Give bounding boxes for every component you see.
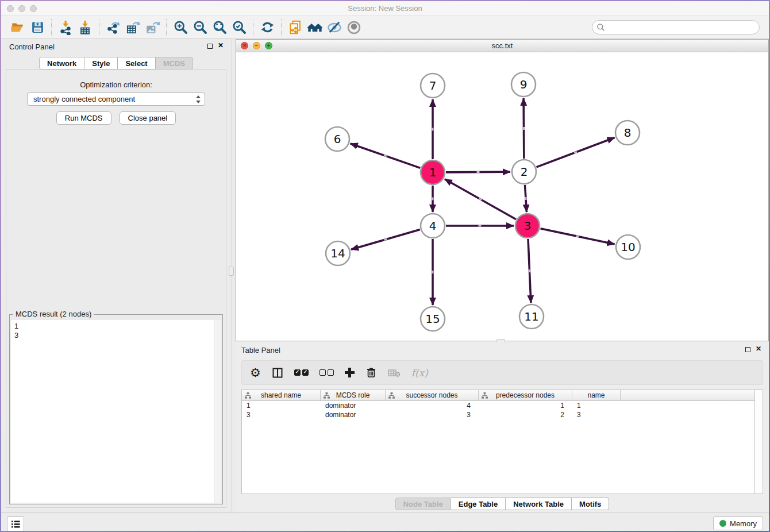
- tab-style[interactable]: Style: [84, 57, 118, 70]
- tab-edge-table[interactable]: Edge Table: [451, 498, 506, 510]
- column-header-mcds-role[interactable]: MCDS role: [321, 390, 386, 400]
- import-network-button[interactable]: [56, 18, 75, 37]
- network-canvas[interactable]: 7968124314101511: [236, 52, 768, 341]
- edge-handle: [479, 225, 482, 227]
- level-of-detail-button[interactable]: [344, 18, 364, 37]
- graph-node-label: 10: [621, 240, 635, 254]
- column-header-shared-name[interactable]: shared name: [242, 390, 321, 400]
- table-settings-button[interactable]: [250, 367, 261, 379]
- vertical-splitter[interactable]: [232, 39, 232, 512]
- run-mcds-button[interactable]: Run MCDS: [56, 111, 111, 125]
- column-header-successor-nodes[interactable]: successor nodes: [386, 390, 479, 400]
- open-session-button[interactable]: [8, 18, 28, 37]
- search-box: [592, 20, 760, 34]
- graph-node-label: 11: [524, 310, 538, 323]
- table-cell: 1: [242, 401, 321, 410]
- show-column-panel-button[interactable]: [272, 367, 283, 379]
- optimization-criterion-select[interactable]: strongly connected component: [27, 92, 205, 106]
- graph-node-label: 9: [520, 78, 528, 91]
- search-input[interactable]: [592, 20, 760, 34]
- table-panel-tabs: Node TableEdge TableNetwork TableMotifs: [236, 498, 769, 510]
- graph-node-label: 7: [429, 79, 437, 92]
- save-session-button[interactable]: [28, 18, 47, 37]
- table-toolbar: f(x): [241, 360, 763, 385]
- table-cell: 3: [572, 410, 621, 419]
- fit-content-button[interactable]: [210, 18, 229, 37]
- table-header-row: shared nameMCDS rolesuccessor nodesprede…: [242, 390, 754, 401]
- table-cell: 1: [572, 401, 621, 410]
- export-table-button[interactable]: [123, 18, 143, 37]
- table-row[interactable]: 1dominator411: [242, 401, 754, 410]
- edge-handle: [523, 127, 525, 130]
- homes-icon: [307, 20, 323, 36]
- tab-motifs[interactable]: Motifs: [572, 498, 609, 510]
- table-panel-header: Table Panel: [236, 342, 769, 357]
- graph-node-label: 6: [334, 132, 341, 146]
- table-scrollbar[interactable]: [755, 390, 763, 494]
- vertical-splitter-grabber[interactable]: [229, 267, 234, 276]
- delete-column-button[interactable]: [365, 367, 377, 379]
- fit-content-icon: [212, 20, 228, 35]
- memory-button[interactable]: Memory: [713, 516, 763, 530]
- edge-handle: [432, 271, 434, 273]
- optimization-criterion-value: strongly connected component: [33, 95, 135, 103]
- function-builder-button[interactable]: f(x): [411, 367, 428, 379]
- hide-graphics-details-button[interactable]: [325, 18, 344, 37]
- tab-network[interactable]: Network: [39, 57, 84, 70]
- close-table-panel-icon[interactable]: [756, 346, 762, 353]
- task-history-button[interactable]: [7, 516, 24, 531]
- network-title: scc.txt: [236, 40, 768, 52]
- zoom-in-button[interactable]: [171, 18, 190, 37]
- result-scrollbar[interactable]: [214, 320, 221, 503]
- float-table-panel-icon[interactable]: [745, 347, 750, 352]
- column-header-label: successor nodes: [406, 391, 457, 399]
- status-bar: Memory: [1, 512, 769, 531]
- mcds-tab-content: Optimization criterion: strongly connect…: [6, 69, 226, 508]
- edge-handle: [432, 198, 434, 201]
- table-body: 1dominator4113dominator323: [242, 401, 754, 419]
- zoom-out-button[interactable]: [190, 18, 210, 37]
- graph-node-label: 15: [425, 312, 440, 326]
- column-tree-icon: [482, 392, 488, 399]
- select-stepper-icon: [195, 95, 201, 104]
- trash-icon: [365, 367, 377, 379]
- copy-network-icon: [288, 20, 303, 35]
- clone-network-button[interactable]: [286, 18, 305, 37]
- import-table-icon: [78, 20, 93, 35]
- table-cell: dominator: [321, 401, 386, 410]
- close-panel-icon[interactable]: [218, 43, 224, 49]
- tab-select[interactable]: Select: [118, 57, 155, 70]
- show-all-networks-button[interactable]: [305, 18, 325, 37]
- table-cell: 3: [386, 410, 479, 419]
- table-cell: 1: [479, 401, 572, 410]
- import-table-button[interactable]: [75, 18, 95, 37]
- table-cell: dominator: [321, 410, 386, 419]
- toolbar-separator: [99, 19, 99, 36]
- column-header-label: MCDS role: [336, 391, 370, 399]
- zoom-selected-button[interactable]: [229, 18, 249, 37]
- select-all-columns-button[interactable]: [294, 369, 309, 376]
- memory-status-icon: [719, 520, 726, 527]
- close-panel-button[interactable]: Close panel: [120, 111, 176, 125]
- create-column-button[interactable]: [345, 368, 355, 377]
- delete-table-button[interactable]: [388, 368, 401, 378]
- unselect-all-columns-button[interactable]: [319, 369, 334, 376]
- edge-handle: [384, 238, 387, 241]
- column-header-name[interactable]: name: [572, 390, 621, 400]
- export-image-button[interactable]: [143, 18, 162, 37]
- application-window: Session: New Session: [0, 0, 770, 532]
- column-header-predecessor-nodes[interactable]: predecessor nodes: [479, 390, 572, 400]
- tab-node-table[interactable]: Node Table: [395, 498, 451, 510]
- tab-network-table[interactable]: Network Table: [506, 498, 572, 510]
- eye-icon: [346, 20, 362, 36]
- tab-mcds[interactable]: MCDS: [156, 57, 193, 70]
- export-network-button[interactable]: [103, 18, 123, 37]
- edge-handle: [574, 151, 578, 154]
- table-cell: 3: [242, 410, 321, 419]
- refresh-layout-button[interactable]: [257, 18, 277, 37]
- table-row[interactable]: 3dominator323: [242, 410, 754, 419]
- save-icon: [30, 20, 45, 34]
- node-table: shared nameMCDS rolesuccessor nodesprede…: [241, 390, 755, 494]
- float-panel-icon[interactable]: [207, 44, 213, 49]
- columns-icon: [272, 367, 283, 379]
